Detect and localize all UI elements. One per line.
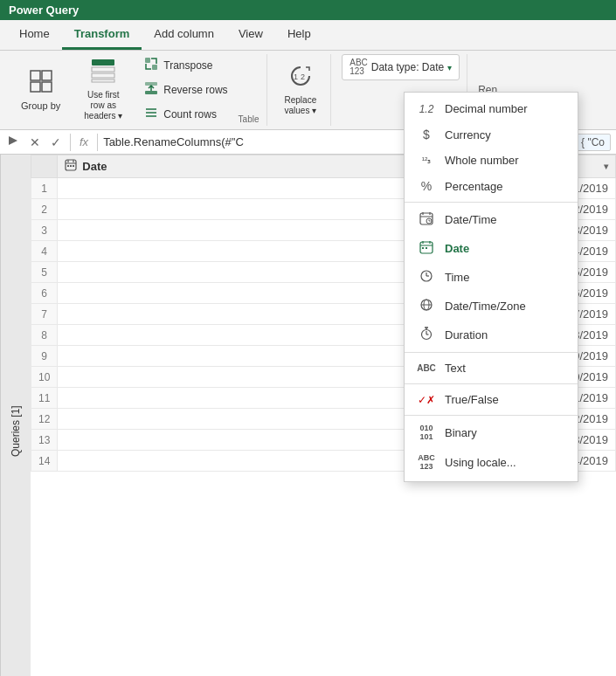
- truefalse-icon: ✓✗: [417, 394, 436, 406]
- svg-rect-23: [70, 165, 72, 167]
- svg-rect-8: [145, 58, 150, 63]
- row-num-header: [31, 155, 58, 178]
- row-number: 5: [31, 262, 58, 283]
- currency-icon: $: [417, 128, 436, 141]
- title-bar: Power Query: [0, 0, 616, 20]
- tab-help[interactable]: Help: [275, 20, 323, 50]
- use-first-row-button[interactable]: Use first row as headers ▾: [73, 55, 134, 125]
- ribbon-group-replace: 1 2 Replacevalues ▾: [271, 54, 332, 126]
- dropdown-item-locale[interactable]: ABC123 Using locale...: [405, 448, 578, 478]
- dropdown-item-truefalse[interactable]: ✓✗ True/False: [405, 387, 578, 412]
- text-icon: ABC: [417, 363, 436, 373]
- dropdown-item-percentage[interactable]: % Percentage: [405, 173, 578, 199]
- main-area: Queries [1]: [0, 155, 616, 676]
- replace-values-label: Replacevalues ▾: [285, 95, 317, 116]
- row-number: 10: [31, 367, 58, 388]
- duration-icon: [417, 327, 436, 343]
- reverse-rows-label: Reverse rows: [163, 84, 227, 96]
- datatype-label: Data type: Date: [371, 61, 444, 73]
- text-label: Text: [445, 362, 466, 375]
- time-icon: [417, 269, 436, 286]
- row-number: 8: [31, 325, 58, 346]
- column-name: Date: [82, 160, 107, 173]
- svg-rect-37: [426, 247, 427, 249]
- dropdown-item-datetimezone[interactable]: Date/Time/Zone: [405, 292, 578, 321]
- svg-marker-17: [9, 136, 17, 145]
- dropdown-item-currency[interactable]: $ Currency: [405, 121, 578, 148]
- replace-values-button[interactable]: 1 2 Replacevalues ▾: [278, 60, 324, 120]
- replace-values-icon: 1 2: [288, 64, 313, 93]
- dropdown-item-decimal[interactable]: 1.2 Decimal number: [405, 96, 578, 121]
- svg-text:2: 2: [301, 72, 305, 81]
- dropdown-item-duration[interactable]: Duration: [405, 321, 578, 349]
- group-by-button[interactable]: Group by: [14, 66, 67, 114]
- small-buttons-group: Transpose Reverse rows: [139, 54, 232, 126]
- tab-add-column[interactable]: Add column: [142, 20, 226, 50]
- datetime-label: Date/Time: [445, 213, 496, 226]
- percentage-icon: %: [417, 179, 436, 193]
- dropdown-item-binary[interactable]: 010101 Binary: [405, 418, 578, 448]
- table-group-label: Table: [239, 114, 260, 126]
- count-rows-button[interactable]: Count rows: [139, 103, 232, 126]
- dropdown-item-datetime[interactable]: Date/Time: [405, 205, 578, 234]
- datatype-dropdown-menu: 1.2 Decimal number $ Currency ¹²₃ Whole …: [404, 92, 578, 482]
- formula-cancel-button[interactable]: ✕: [26, 134, 44, 151]
- duration-label: Duration: [445, 328, 488, 341]
- dropdown-item-date[interactable]: Date: [405, 234, 578, 263]
- datetimezone-icon: [417, 298, 436, 314]
- dropdown-item-text[interactable]: ABC Text: [405, 355, 578, 381]
- locale-label: Using locale...: [445, 456, 516, 469]
- datetime-icon: [417, 211, 436, 228]
- dropdown-item-whole[interactable]: ¹²₃ Whole number: [405, 148, 578, 173]
- svg-rect-36: [422, 247, 424, 249]
- formula-confirm-button[interactable]: ✓: [47, 134, 65, 151]
- date-label: Date: [445, 242, 469, 255]
- time-label: Time: [445, 271, 469, 284]
- reverse-rows-icon: [144, 81, 158, 99]
- percentage-label: Percentage: [445, 180, 503, 193]
- dropdown-sep-4: [405, 415, 578, 416]
- row-number: 1: [31, 178, 58, 199]
- row-number: 2: [31, 199, 58, 220]
- row-number: 13: [31, 430, 58, 451]
- tab-home[interactable]: Home: [7, 20, 62, 50]
- svg-rect-5: [92, 67, 114, 72]
- svg-rect-11: [145, 91, 157, 94]
- tab-transform[interactable]: Transform: [62, 20, 142, 50]
- currency-label: Currency: [445, 128, 491, 141]
- row-number: 6: [31, 283, 58, 304]
- datatype-prefix-icon: ABC123: [350, 59, 368, 76]
- formula-separator: [70, 134, 71, 151]
- reverse-rows-button[interactable]: Reverse rows: [139, 79, 232, 101]
- datatype-dropdown-icon: ▾: [447, 63, 452, 72]
- row-number: 11: [31, 388, 58, 409]
- ribbon-group-table: Group by Use first row as headers ▾: [7, 54, 267, 126]
- queries-panel[interactable]: Queries [1]: [0, 155, 31, 676]
- row-number: 12: [31, 409, 58, 430]
- column-dropdown-icon[interactable]: ▾: [604, 162, 608, 171]
- binary-icon: 010101: [417, 424, 436, 442]
- svg-rect-22: [67, 165, 69, 167]
- row-number: 3: [31, 220, 58, 241]
- svg-rect-7: [92, 79, 114, 82]
- whole-icon: ¹²₃: [417, 156, 436, 165]
- dropdown-sep-1: [405, 202, 578, 203]
- count-rows-label: Count rows: [163, 108, 217, 121]
- truefalse-label: True/False: [445, 393, 499, 406]
- formula-expand-button[interactable]: [5, 133, 21, 151]
- formula-result-preview: { "Co: [575, 134, 611, 151]
- svg-rect-3: [42, 82, 52, 92]
- dropdown-sep-3: [405, 383, 578, 384]
- transpose-button[interactable]: Transpose: [139, 54, 232, 77]
- formula-icons-group: ✕ ✓: [26, 134, 65, 151]
- binary-label: Binary: [445, 426, 477, 439]
- locale-icon: ABC123: [417, 454, 436, 472]
- datetimezone-label: Date/Time/Zone: [445, 300, 526, 313]
- svg-rect-1: [42, 71, 52, 80]
- svg-rect-2: [31, 82, 40, 92]
- ribbon-tabs: Home Transform Add column View Help: [0, 20, 616, 51]
- tab-view[interactable]: View: [226, 20, 275, 50]
- count-rows-icon: [144, 106, 158, 123]
- datatype-button[interactable]: ABC123 Data type: Date ▾: [342, 54, 460, 80]
- dropdown-item-time[interactable]: Time: [405, 263, 578, 292]
